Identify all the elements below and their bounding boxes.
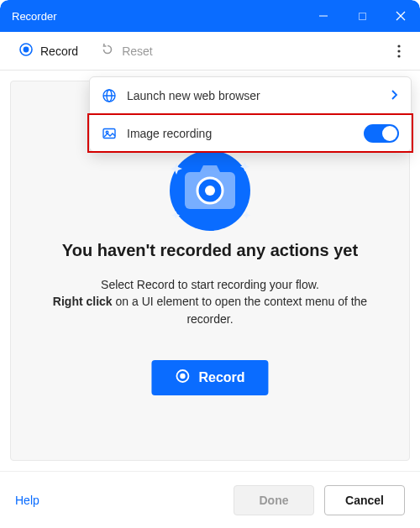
cancel-button[interactable]: Cancel <box>324 485 405 515</box>
record-button-label: Record <box>198 370 244 385</box>
empty-headline: You haven't recorded any actions yet <box>11 241 409 260</box>
title-bar: Recorder <box>0 0 420 32</box>
minimize-button[interactable] <box>304 0 343 32</box>
svg-point-15 <box>180 374 185 379</box>
kebab-icon <box>397 44 401 58</box>
svg-point-8 <box>397 55 400 57</box>
empty-sub-strong: Right click <box>53 295 113 308</box>
maximize-button[interactable] <box>343 0 381 32</box>
done-button: Done <box>234 485 314 515</box>
record-button[interactable]: Record <box>151 360 268 395</box>
done-button-label: Done <box>260 494 289 507</box>
recorder-illustration <box>160 149 260 244</box>
svg-point-7 <box>397 50 400 52</box>
reset-icon <box>100 42 115 60</box>
footer: Help Done Cancel <box>0 471 420 528</box>
globe-icon <box>102 88 117 103</box>
toolbar: Record Reset <box>0 32 420 71</box>
record-dot-icon <box>18 42 34 60</box>
svg-point-6 <box>397 44 400 47</box>
svg-point-5 <box>24 47 29 53</box>
image-recording-toggle[interactable] <box>364 124 399 143</box>
svg-point-13 <box>205 186 215 196</box>
svg-point-20 <box>106 131 108 133</box>
menu-item-image-recording[interactable]: Image recording <box>90 114 411 151</box>
toggle-knob <box>382 126 397 141</box>
more-options-button[interactable] <box>386 39 412 64</box>
menu-item-label: Image recording <box>127 127 354 140</box>
record-toolbar-label: Record <box>40 44 78 58</box>
reset-toolbar-label: Reset <box>122 44 153 58</box>
empty-subtext: Select Record to start recording your fl… <box>36 276 384 327</box>
close-button[interactable] <box>381 0 420 32</box>
chevron-right-icon <box>391 89 399 103</box>
cancel-button-label: Cancel <box>345 494 384 507</box>
reset-toolbar-button: Reset <box>92 37 161 65</box>
menu-item-launch-browser[interactable]: Launch new web browser <box>90 77 411 114</box>
help-link[interactable]: Help <box>15 494 39 507</box>
menu-item-label: Launch new web browser <box>127 89 381 102</box>
image-icon <box>102 126 117 141</box>
more-options-menu: Launch new web browser Image recording <box>89 76 412 152</box>
window-title: Recorder <box>12 10 304 23</box>
svg-rect-1 <box>359 13 365 19</box>
empty-sub-lead: Select Record to start recording your fl… <box>101 278 319 291</box>
record-dot-icon <box>175 369 190 387</box>
record-toolbar-button[interactable]: Record <box>10 37 87 65</box>
empty-sub-tail: on a UI element to open the context menu… <box>113 295 368 325</box>
